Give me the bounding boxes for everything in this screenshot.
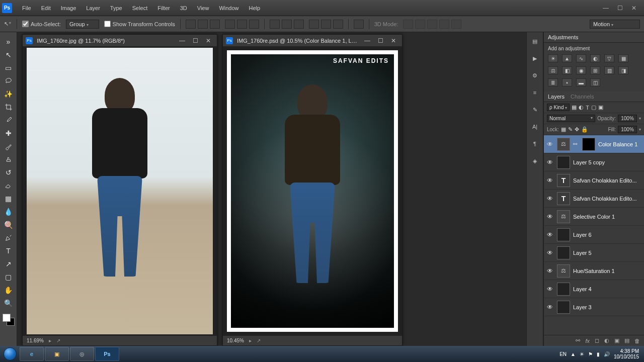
new-group-icon[interactable]: ▣ <box>614 337 619 344</box>
3d-roll-icon[interactable] <box>415 20 425 29</box>
doc-minimize-icon[interactable]: — <box>361 37 373 44</box>
brightness-adj-icon[interactable]: ☀ <box>548 54 558 62</box>
align-right-icon[interactable] <box>249 20 259 29</box>
fill-input[interactable]: 100% <box>618 126 637 133</box>
doc-export-icon[interactable]: ↗ <box>56 338 60 343</box>
visibility-toggle-icon[interactable]: 👁 <box>546 213 554 220</box>
adjustments-panel-header[interactable]: Adjustments <box>544 32 644 43</box>
layer-name[interactable]: Safvan Cholakkan Edito... <box>573 196 637 202</box>
layer-row[interactable]: 👁⚖Selective Color 1 <box>544 208 644 226</box>
3d-pan-icon[interactable] <box>427 20 437 29</box>
channelmixer-adj-icon[interactable]: ⊞ <box>590 66 600 74</box>
layer-row[interactable]: 👁Layer 4 <box>544 280 644 298</box>
align-left-icon[interactable] <box>225 20 235 29</box>
visibility-toggle-icon[interactable]: 👁 <box>546 249 554 256</box>
properties-panel-icon[interactable]: ⚙ <box>530 70 540 80</box>
new-adjustment-icon[interactable]: ◐ <box>604 337 609 344</box>
doc-maximize-icon[interactable]: ☐ <box>190 37 201 44</box>
actions-panel-icon[interactable]: ▶ <box>530 53 540 63</box>
gradient-tool-icon[interactable]: ▦ <box>2 193 15 205</box>
colorbalance-adj-icon[interactable]: ⚖ <box>548 66 558 74</box>
levels-adj-icon[interactable]: ▲ <box>562 54 572 62</box>
move-tool-icon[interactable]: ↖ <box>2 49 15 61</box>
menu-3d[interactable]: 3D <box>175 2 192 14</box>
photofilter-adj-icon[interactable]: ◉ <box>576 66 586 74</box>
menu-layer[interactable]: Layer <box>81 2 105 14</box>
doc-minimize-icon[interactable]: — <box>176 37 188 44</box>
magic-wand-tool-icon[interactable]: ✨ <box>2 88 15 100</box>
taskbar-ie-icon[interactable]: e <box>20 347 44 361</box>
path-select-tool-icon[interactable]: ↗ <box>2 258 15 270</box>
visibility-toggle-icon[interactable]: 👁 <box>546 141 554 148</box>
tray-clock[interactable]: 4:38 PM 10/10/2015 <box>614 348 639 359</box>
history-brush-tool-icon[interactable]: ↺ <box>2 166 15 178</box>
tray-volume-icon[interactable]: 🔊 <box>604 351 610 357</box>
colorlookup-adj-icon[interactable]: ▥ <box>604 66 614 74</box>
3d-slide-icon[interactable] <box>439 20 449 29</box>
curves-adj-icon[interactable]: ∿ <box>576 54 586 62</box>
menu-help[interactable]: Help <box>244 2 266 14</box>
close-icon[interactable]: ✕ <box>630 5 638 11</box>
selectivecolor-adj-icon[interactable]: ◫ <box>590 78 600 86</box>
layer-row[interactable]: 👁⚖⚯Color Balance 1 <box>544 135 644 153</box>
3d-panel-icon[interactable]: ◈ <box>530 156 540 166</box>
auto-align-icon[interactable] <box>354 20 364 29</box>
history-panel-icon[interactable]: ▤ <box>530 36 540 46</box>
lock-position-icon[interactable]: ✥ <box>575 126 579 133</box>
taskbar-photoshop-icon[interactable]: Ps <box>95 347 119 361</box>
menu-select[interactable]: Select <box>127 2 153 14</box>
vibrance-adj-icon[interactable]: ▽ <box>604 54 614 62</box>
layer-name[interactable]: Layer 3 <box>573 304 592 310</box>
menu-file[interactable]: File <box>17 2 36 14</box>
character-panel-icon[interactable]: A| <box>530 122 540 132</box>
hand-tool-icon[interactable]: ✋ <box>2 284 15 296</box>
healing-brush-tool-icon[interactable]: ✚ <box>2 127 15 139</box>
pen-tool-icon[interactable] <box>2 232 15 244</box>
brush-tool-icon[interactable] <box>2 140 15 152</box>
menu-view[interactable]: View <box>192 2 214 14</box>
doc-info-icon[interactable]: ▸ <box>249 338 252 343</box>
filter-smart-icon[interactable]: ▣ <box>598 104 603 111</box>
tray-show-hidden-icon[interactable]: ▲ <box>571 351 576 357</box>
layer-mask-icon[interactable]: ◻ <box>595 337 599 344</box>
start-button[interactable] <box>1 347 19 361</box>
zoom-level-1[interactable]: 11.69% <box>27 338 44 343</box>
lock-pixels-icon[interactable]: ✎ <box>568 126 573 133</box>
align-bottom-icon[interactable] <box>210 20 220 29</box>
blend-mode-dropdown[interactable]: Normal ▾ <box>547 115 595 122</box>
layer-name[interactable]: Layer 6 <box>573 232 592 238</box>
layer-row[interactable]: 👁Layer 5 <box>544 244 644 262</box>
canvas-1[interactable] <box>23 47 217 335</box>
align-top-icon[interactable] <box>186 20 196 29</box>
menu-type[interactable]: Type <box>105 2 127 14</box>
distribute-right-icon[interactable] <box>333 20 343 29</box>
layer-name[interactable]: Layer 5 <box>573 250 592 256</box>
document-title-1[interactable]: IMG_1760re.jpg @ 11.7% (RGB/8*) <box>37 38 172 44</box>
lock-transparent-icon[interactable]: ▦ <box>561 126 566 133</box>
layer-row[interactable]: 👁TSafvan Cholakkan Edito... <box>544 171 644 190</box>
tray-action-icon[interactable]: ⚑ <box>588 351 593 357</box>
posterize-adj-icon[interactable]: ≣ <box>548 78 558 86</box>
collapse-tools-icon[interactable]: » <box>2 36 15 48</box>
align-hcenter-icon[interactable] <box>237 20 247 29</box>
layer-row[interactable]: 👁Layer 3 <box>544 298 644 316</box>
distribute-left-icon[interactable] <box>309 20 319 29</box>
zoom-tool-icon[interactable]: 🔍 <box>2 297 15 309</box>
menu-edit[interactable]: Edit <box>36 2 56 14</box>
menu-window[interactable]: Window <box>214 2 244 14</box>
eyedropper-tool-icon[interactable] <box>2 114 15 126</box>
delete-layer-icon[interactable]: 🗑 <box>634 338 640 344</box>
filter-adj-icon[interactable]: ◐ <box>579 104 584 111</box>
visibility-toggle-icon[interactable]: 👁 <box>546 304 554 311</box>
workspace-preset-dropdown[interactable]: Motion ▾ <box>590 20 640 29</box>
eraser-tool-icon[interactable] <box>2 179 15 192</box>
opacity-input[interactable]: 100% <box>618 115 637 122</box>
auto-select-dropdown[interactable]: Group ▾ <box>66 20 99 29</box>
visibility-toggle-icon[interactable]: 👁 <box>546 267 554 275</box>
doc-export-icon[interactable]: ↗ <box>257 338 261 343</box>
canvas-2[interactable]: SAFVAN EDITS <box>223 47 402 335</box>
brush-panel-icon[interactable]: ✎ <box>530 105 540 115</box>
timeline-panel-icon[interactable]: ≡ <box>530 87 540 98</box>
shape-tool-icon[interactable]: ▢ <box>2 271 15 283</box>
tray-weather-icon[interactable]: ☀ <box>580 351 584 357</box>
